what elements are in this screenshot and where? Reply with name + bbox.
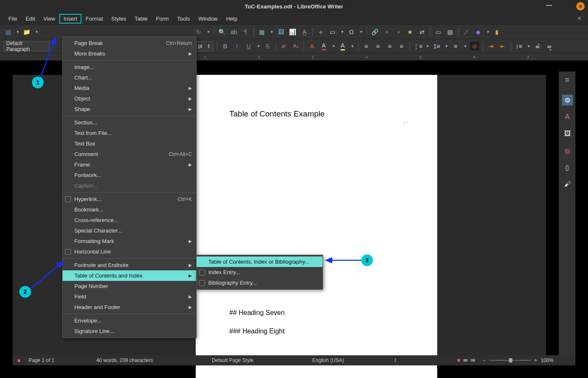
zoom-slider[interactable] <box>489 360 531 361</box>
document-page[interactable]: Table of Contents Example ## Heading Sev… <box>196 75 437 378</box>
highlight-icon[interactable]: A <box>338 42 347 51</box>
view-layout-single-icon[interactable] <box>457 359 460 362</box>
decrease-para-icon[interactable]: ≡̬ <box>545 42 554 51</box>
save-status-icon[interactable] <box>18 359 20 362</box>
close-window-button[interactable]: × <box>576 2 585 11</box>
chart-icon[interactable]: 📊 <box>288 27 297 37</box>
insert-menu-item-page-break[interactable]: Page BreakCtrl+Return <box>63 38 196 48</box>
cross-ref-icon[interactable]: ⇄ <box>417 27 427 37</box>
paragraph-style-selector[interactable]: Default Paragraph <box>3 41 50 51</box>
toc-submenu-item-bibliography-entry[interactable]: Bibliography Entry... <box>197 278 323 288</box>
close-document-button[interactable]: × <box>575 15 584 22</box>
gallery-panel-icon[interactable]: 🖼 <box>562 128 573 139</box>
zoom-value[interactable]: 100% <box>541 357 554 363</box>
insert-menu-item-text-box[interactable]: Text Box <box>63 138 196 149</box>
view-layout-book-icon[interactable] <box>471 359 475 362</box>
menu-view[interactable]: View <box>39 14 59 24</box>
insert-menu-item-envelope[interactable]: Envelope... <box>63 315 196 326</box>
new-doc-icon[interactable]: ▤ <box>3 27 13 37</box>
insert-menu-item-shape[interactable]: Shape▶ <box>63 104 196 114</box>
special-char-icon[interactable]: Ω <box>347 27 356 37</box>
styles-panel-icon[interactable]: A <box>562 111 573 122</box>
clear-format-icon[interactable]: A̶ <box>307 42 317 51</box>
menu-table[interactable]: Table <box>130 14 152 24</box>
insert-menu-item-frame[interactable]: Frame▶ <box>63 159 196 170</box>
find-icon[interactable]: 🔍 <box>218 27 227 37</box>
textbox-icon[interactable]: A̲ <box>300 27 309 37</box>
line-icon[interactable]: ／ <box>462 27 471 37</box>
insert-menu-item-field[interactable]: Field▶ <box>63 291 196 302</box>
insert-menu-item-comment[interactable]: CommentCtrl+Alt+C <box>63 149 196 159</box>
insert-menu-item-footnote-and-endnote[interactable]: Footnote and Endnote▶ <box>63 260 196 270</box>
pilcrow-icon[interactable]: ¶ <box>241 27 250 37</box>
field-icon[interactable]: ▭ <box>328 27 337 37</box>
align-justify-icon[interactable]: ≡ <box>397 42 406 51</box>
navigator-panel-icon[interactable]: ◎ <box>562 145 573 156</box>
menu-form[interactable]: Form <box>152 14 173 24</box>
word-count[interactable]: 40 words, 209 characters <box>96 357 153 363</box>
basic-shapes-icon[interactable]: ◆ <box>474 27 483 37</box>
properties-panel-icon[interactable]: ⚙ <box>562 95 573 106</box>
draw-functions-icon[interactable]: ▮ <box>492 27 501 37</box>
sidebar-menu-icon[interactable]: ≡ <box>565 76 570 85</box>
insert-menu-item-more-breaks[interactable]: More Breaks▶ <box>63 48 196 59</box>
comment-icon[interactable]: ▭ <box>434 27 443 37</box>
number-list-icon[interactable]: 1≡ <box>432 42 441 51</box>
insert-menu-item-bookmark[interactable]: Bookmark... <box>63 204 196 215</box>
insert-menu-item-cross-reference[interactable]: Cross-reference... <box>63 215 196 225</box>
underline-icon[interactable]: U <box>244 42 253 51</box>
language[interactable]: English (USA) <box>312 357 344 363</box>
menu-help[interactable]: Help <box>222 14 242 24</box>
redo-icon[interactable]: ↻ <box>194 27 203 37</box>
insert-menu-item-hyperlink[interactable]: Hyperlink...Ctrl+K <box>63 194 196 204</box>
align-right-icon[interactable]: ≡ <box>385 42 394 51</box>
increase-indent-icon[interactable]: ⇥ <box>486 42 496 51</box>
decrease-indent-icon[interactable]: ⇤ <box>498 42 507 51</box>
zoom-in-icon[interactable]: + <box>534 357 537 363</box>
insert-menu-item-formatting-mark[interactable]: Formatting Mark▶ <box>63 236 196 246</box>
table-icon[interactable]: ▦ <box>257 27 267 37</box>
toc-submenu-item-table-of-contents-index-or-bibliography[interactable]: Table of Contents, Index or Bibliography… <box>197 256 323 267</box>
style-inspector-icon[interactable]: 🖌 <box>562 179 573 190</box>
track-changes-icon[interactable]: ▤ <box>446 27 455 37</box>
page-indicator[interactable]: Page 1 of 1 <box>29 357 54 363</box>
insert-menu-item-header-and-footer[interactable]: Header and Footer▶ <box>63 302 196 312</box>
insert-menu-item-image[interactable]: Image... <box>63 62 196 72</box>
insert-menu-item-fontwork[interactable]: Fontwork... <box>63 170 196 180</box>
superscript-icon[interactable]: A² <box>279 42 289 51</box>
image-icon[interactable]: 🖼 <box>276 27 286 37</box>
italic-icon[interactable]: I <box>232 42 242 51</box>
increase-para-icon[interactable]: ≡̂ <box>533 42 542 51</box>
insert-menu-item-text-from-file[interactable]: Text from File... <box>63 128 196 138</box>
endnote-icon[interactable]: ▫ <box>394 27 403 37</box>
insert-menu-item-page-number[interactable]: Page Number <box>63 281 196 291</box>
footnote-icon[interactable]: ▫ <box>382 27 391 37</box>
align-center-icon[interactable]: ≡ <box>373 42 383 51</box>
page-panel-icon[interactable]: ▯ <box>562 162 573 173</box>
font-color-icon[interactable]: A <box>319 42 328 51</box>
subscript-icon[interactable]: A₂ <box>291 42 300 51</box>
insert-menu-item-section[interactable]: Section... <box>63 117 196 128</box>
insert-menu-item-chart[interactable]: Chart... <box>63 72 196 83</box>
menu-edit[interactable]: Edit <box>21 14 39 24</box>
strike-icon[interactable]: S <box>263 42 272 51</box>
menu-styles[interactable]: Styles <box>107 14 130 24</box>
no-list-icon[interactable]: ⊘ <box>470 42 479 51</box>
insert-menu-item-signature-line[interactable]: Signature Line... <box>63 326 196 336</box>
insert-menu-item-media[interactable]: Media▶ <box>63 83 196 93</box>
minimize-icon[interactable] <box>546 5 552 6</box>
zoom-out-icon[interactable]: − <box>483 357 486 363</box>
page-style[interactable]: Default Page Style <box>212 357 253 363</box>
insert-menu-item-special-character[interactable]: Special Character... <box>63 225 196 236</box>
insert-menu-item-horizontal-line[interactable]: Horizontal Line <box>63 246 196 257</box>
menu-file[interactable]: File <box>4 14 21 24</box>
view-layout-multi-icon[interactable] <box>463 359 467 362</box>
page-break-icon[interactable]: ⎆ <box>316 27 326 37</box>
menu-format[interactable]: Format <box>81 14 107 24</box>
menu-tools[interactable]: Tools <box>173 14 194 24</box>
bullet-list-icon[interactable]: ⋮≡ <box>413 42 423 51</box>
insert-menu-item-object[interactable]: Object▶ <box>63 93 196 104</box>
menu-insert[interactable]: Insert <box>59 14 81 24</box>
align-left-icon[interactable]: ≡ <box>362 42 371 51</box>
insert-menu-item-table-of-contents-and-index[interactable]: Table of Contents and Index▶ <box>63 270 196 281</box>
